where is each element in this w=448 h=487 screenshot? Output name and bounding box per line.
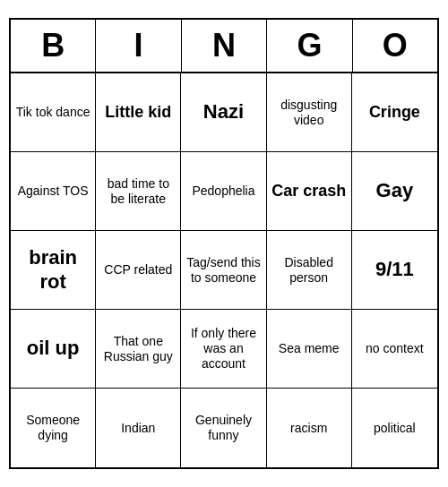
cell-text: Little kid [105,103,171,123]
bingo-header: BINGO [11,20,437,73]
bingo-cell: bad time to be literate [96,152,181,231]
bingo-cell: Gay [352,152,437,231]
cell-text: Pedophelia [192,184,254,199]
cell-text: Sea meme [279,341,340,356]
bingo-cell: Indian [96,389,181,467]
bingo-cell: Tik tok dance [11,73,96,152]
cell-text: If only there was an account [185,326,262,371]
cell-text: Gay [376,179,414,202]
bingo-cell: 9/11 [352,231,437,310]
header-letter: I [96,20,181,73]
bingo-cell: no context [352,310,437,389]
bingo-cell: Car crash [267,152,352,231]
cell-text: political [374,421,416,436]
cell-text: Disabled person [271,255,348,286]
cell-text: 9/11 [375,258,414,281]
bingo-cell: Sea meme [267,310,352,389]
cell-text: Cringe [369,103,420,123]
bingo-cell: political [352,389,437,467]
bingo-cell: Someone dying [11,389,96,467]
bingo-cell: oil up [11,310,96,389]
cell-text: bad time to be literate [99,176,177,207]
bingo-cell: Little kid [96,73,181,152]
bingo-card: BINGO Tik tok danceLittle kidNazidisgust… [9,18,439,469]
cell-text: Tik tok dance [16,105,90,120]
bingo-cell: brain rot [11,231,96,310]
bingo-cell: Against TOS [11,152,96,231]
bingo-cell: That one Russian guy [96,310,181,389]
cell-text: disgusting video [271,98,348,128]
header-letter: G [267,20,352,73]
bingo-cell: racism [267,389,352,467]
bingo-cell: Genuinely funny [181,389,266,467]
header-letter: O [353,20,437,73]
bingo-cell: Cringe [352,73,437,152]
header-letter: B [11,20,96,73]
header-letter: N [182,20,267,73]
bingo-cell: Disabled person [267,231,352,310]
cell-text: Genuinely funny [185,413,262,443]
cell-text: Indian [121,421,155,436]
cell-text: brain rot [14,246,91,294]
bingo-cell: Tag/send this to someone [181,231,266,310]
cell-text: no context [366,341,424,356]
cell-text: oil up [27,337,80,360]
bingo-cell: Pedophelia [181,152,266,231]
bingo-cell: disgusting video [267,73,352,152]
cell-text: Nazi [203,100,244,124]
cell-text: That one Russian guy [99,334,177,364]
bingo-grid: Tik tok danceLittle kidNazidisgusting vi… [11,73,437,467]
bingo-cell: Nazi [181,73,266,152]
cell-text: Someone dying [14,413,91,443]
cell-text: racism [290,421,327,436]
cell-text: CCP related [104,262,172,278]
cell-text: Car crash [271,182,346,201]
bingo-cell: If only there was an account [181,310,266,389]
cell-text: Against TOS [18,184,89,199]
bingo-cell: CCP related [96,231,181,310]
cell-text: Tag/send this to someone [185,255,262,286]
